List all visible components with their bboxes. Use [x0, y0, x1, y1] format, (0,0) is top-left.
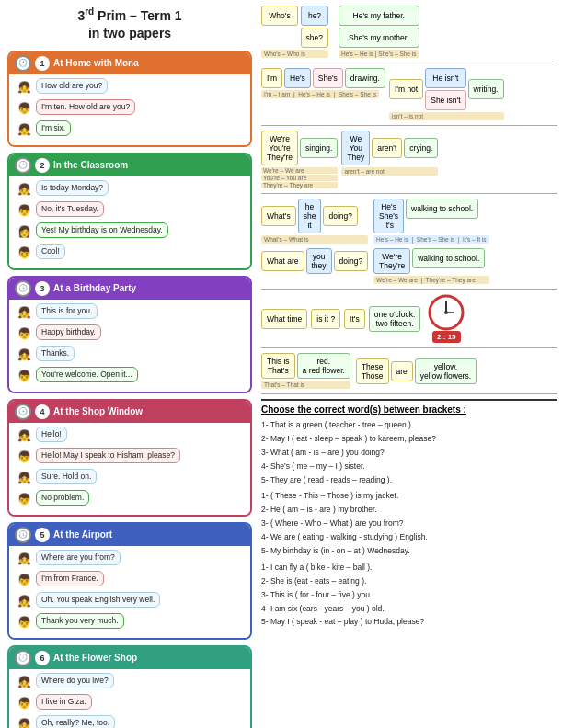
gram-lbl-arent: aren't – are not: [341, 167, 438, 176]
gram-these-those: TheseThose: [356, 358, 389, 384]
gram-walking2: walking to school.: [412, 248, 485, 268]
gram-lbl-whats: What's – What is: [261, 235, 368, 244]
avatar-girl: 👧: [15, 180, 33, 199]
bubble: Is today Monday?: [36, 180, 109, 196]
grammar-whats-block: What's hesheit doing? What's – What is W…: [261, 199, 557, 284]
gram-what-time: What time: [261, 309, 307, 329]
lesson-header-3: 🕒 3 At a Birthday Party: [9, 278, 250, 300]
gram-lbl-hes-shes: He's – He is | She's – She is | It's – I…: [373, 235, 488, 244]
gram-box-answer1: He's my father.: [339, 6, 419, 26]
gram-he-she-it: hesheit: [298, 199, 322, 233]
clock-display: 2 : 15: [428, 294, 465, 343]
time-display: 2 : 15: [432, 331, 460, 343]
gram-box-whos: Who's: [261, 6, 298, 26]
avatar-boy: 👦: [15, 613, 33, 631]
bubble: Thanks.: [36, 346, 75, 361]
lesson-number-1: 1: [35, 56, 50, 71]
gram-heisnt: He isn't: [425, 68, 465, 88]
bubble: Cool!: [36, 244, 65, 259]
avatar-boy: 👦: [15, 367, 33, 385]
divider3: [261, 193, 557, 194]
bubble: This is for you.: [36, 303, 98, 319]
gram-box-she-q: she?: [301, 28, 328, 48]
lesson-header-4: 🕓 4 At the Shop Window: [9, 401, 250, 423]
main-title: 3rd Prim – Term 1 in two papers: [7, 6, 252, 43]
avatar-boy: 👦: [15, 448, 33, 466]
gram-hes-shes-its: He'sShe'sIt's: [373, 199, 404, 233]
dialogue-row: 👧 Oh, really? Me, too.: [15, 715, 245, 728]
gram-crying: crying.: [404, 138, 438, 158]
dialogue-row: 👧 This is for you.: [15, 303, 245, 322]
bubble: Happy birthday.: [36, 324, 101, 340]
gram-whatare: What are: [261, 251, 304, 271]
bubble: Oh, really? Me, too.: [36, 715, 115, 728]
avatar-girl: 👧: [15, 550, 33, 568]
lesson-body-4: 👧 Hello! 👦 Hello! May I speak to Hisham,…: [9, 423, 250, 515]
dialogue-row: 👩 Yes! My birthday is on Wednesday.: [15, 222, 245, 241]
choose-item: 5- They are ( read - reads – reading ).: [261, 475, 557, 486]
dialogue-row: 👧 Thanks.: [15, 346, 245, 364]
avatar-girl2: 👩: [15, 222, 33, 241]
dialogue-row: 👧 I'm six.: [15, 120, 245, 139]
divider: [261, 63, 557, 63]
bubble: Oh. You speak English very well.: [36, 592, 160, 608]
choose-item: 1- ( These - This – Those ) is my jacket…: [261, 491, 557, 502]
divider5: [261, 347, 557, 348]
gram-im: I'm: [261, 68, 282, 88]
bubble: How old are you?: [36, 78, 108, 94]
gram-red-stuff: red.a red flower.: [297, 353, 350, 379]
lesson-body-2: 👧 Is today Monday? 👦 No, it's Tuesday. 👩…: [9, 176, 250, 268]
lesson-title-2: In the Classroom: [53, 160, 128, 170]
bubble: I'm ten. How old are you?: [36, 99, 135, 115]
choose-item: 1- I can fly a ( bike - kite – ball ).: [261, 563, 557, 574]
choose-item: 2- He ( am – is - are ) my brother.: [261, 505, 557, 516]
avatar-boy: 👦: [15, 201, 33, 220]
gram-drawing: drawing.: [345, 68, 385, 88]
lesson-number-3: 3: [35, 281, 50, 296]
choose-item: 4- We are ( eating - walking - studying …: [261, 532, 557, 543]
choose-item: 2- She is (eat - eats – eating ).: [261, 576, 557, 587]
dialogue-row: 👦 I'm ten. How old are you?: [15, 99, 245, 118]
divider6: [261, 393, 557, 394]
bubble: Thank you very much.: [36, 613, 124, 629]
bubble: Yes! My birthday is on Wednesday.: [36, 222, 168, 238]
grammar-this-that-block: This isThat's red.a red flower. That's –…: [261, 353, 557, 389]
avatar-boy: 👦: [15, 244, 33, 262]
lesson-title-1: At Home with Mona: [53, 58, 139, 68]
gram-you-they: youthey: [306, 248, 332, 274]
avatar-girl: 👧: [15, 303, 33, 322]
gram-were: We'reYou'reThey're: [261, 131, 298, 165]
grammar-line-whos: Who's he? she? Who's – Who is He's my fa…: [261, 6, 557, 58]
dialogue-row: 👧 Is today Monday?: [15, 180, 245, 199]
avatar-girl: 👧: [15, 78, 33, 97]
lesson-number-2: 2: [35, 158, 50, 173]
bubble: You're welcome. Open it...: [36, 367, 138, 382]
avatar-boy: 👦: [15, 490, 33, 508]
dialogue-row: 👦 No problem.: [15, 490, 245, 508]
choose-item: 2- May I ( eat - sleep – speak ) to kare…: [261, 434, 557, 445]
gram-writing: writing.: [468, 79, 504, 99]
gram-box-he-q: he?: [301, 6, 328, 26]
divider2: [261, 125, 557, 126]
lesson-card-3: 🕒 3 At a Birthday Party 👧 This is for yo…: [7, 276, 252, 393]
choose-group-3: 1- I can fly a ( bike - kite – ball ). 2…: [261, 563, 557, 628]
gram-singing: singing.: [300, 138, 338, 158]
dialogue-row: 👧 Where are you from?: [15, 550, 245, 568]
lesson-header-6: 🕕 6 At the Flower Shop: [9, 647, 250, 669]
dialogue-row: 👦 Thank you very much.: [15, 613, 245, 631]
lesson-title-3: At a Birthday Party: [53, 283, 136, 293]
avatar-girl: 👧: [15, 715, 33, 728]
dialogue-row: 👦 Cool!: [15, 244, 245, 262]
bubble: Where do you live?: [36, 673, 114, 688]
avatar-boy: 👦: [15, 694, 33, 712]
gram-we-you-they: WeYouThey: [341, 131, 370, 165]
lesson-card-2: 🕑 2 In the Classroom 👧 Is today Monday? …: [7, 153, 252, 270]
gram-is-it: is it ?: [311, 309, 340, 329]
gram-box-answer2: She's my mother.: [339, 28, 419, 48]
dialogue-row: 👧 Where do you live?: [15, 673, 245, 691]
gram-label-hes: He's – He is | She's – She is: [339, 50, 419, 58]
gram-lbl-thats: That's – That is: [261, 381, 350, 389]
grammar-time-block: What time is it ? It's one o'clock.two f…: [261, 294, 557, 343]
gram-labels-were: We're – We are You're – You are They're …: [261, 167, 338, 188]
clock-icon-3: 🕒: [15, 280, 31, 297]
